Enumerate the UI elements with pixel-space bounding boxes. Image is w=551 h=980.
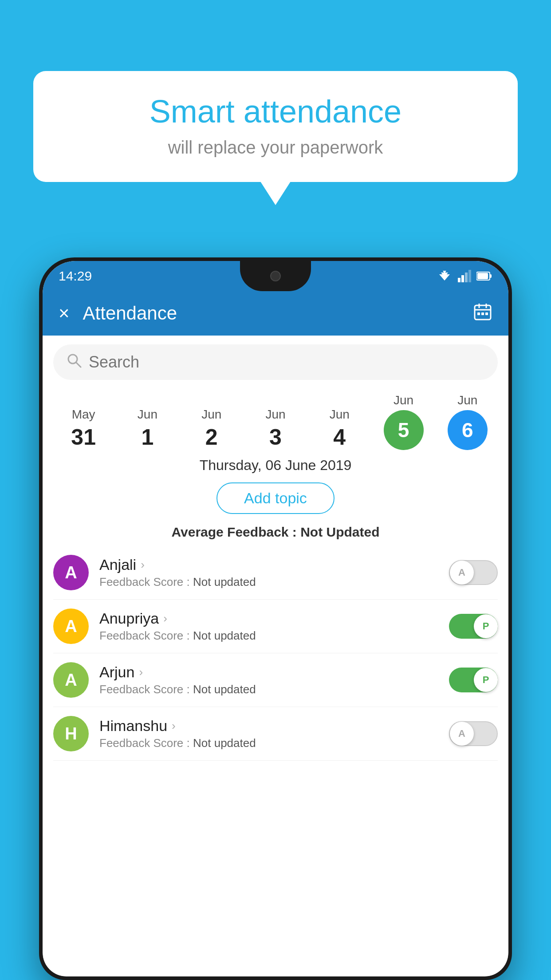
attendance-toggle[interactable]: A xyxy=(449,721,498,746)
attendance-toggle[interactable]: A xyxy=(449,560,498,585)
status-time: 14:29 xyxy=(59,269,92,284)
calendar-month-label: Jun xyxy=(201,407,221,422)
student-name: Himanshu› xyxy=(99,717,438,735)
calendar-day[interactable]: Jun1 xyxy=(123,407,172,450)
student-item[interactable]: AAnupriya›Feedback Score : Not updatedP xyxy=(53,600,498,653)
student-list: AAnjali›Feedback Score : Not updatedAAAn… xyxy=(43,546,508,761)
calendar-month-label: Jun xyxy=(265,407,285,422)
calendar-day[interactable]: Jun6 xyxy=(443,393,492,450)
calendar-day[interactable]: May31 xyxy=(59,407,108,450)
calendar-day[interactable]: Jun3 xyxy=(251,407,300,450)
student-item[interactable]: HHimanshu›Feedback Score : Not updatedA xyxy=(53,707,498,761)
toggle-switch[interactable]: P xyxy=(449,614,498,639)
student-avatar: A xyxy=(53,555,89,590)
toggle-knob: A xyxy=(450,561,474,585)
calendar-month-label: Jun xyxy=(394,393,413,407)
svg-rect-3 xyxy=(458,278,460,282)
close-button[interactable]: × xyxy=(59,303,70,324)
student-chevron-icon: › xyxy=(172,719,176,733)
calendar-day-num: 6 xyxy=(448,410,488,450)
calendar-icon[interactable] xyxy=(473,302,492,325)
search-icon xyxy=(67,353,82,371)
student-item[interactable]: AArjun›Feedback Score : Not updatedP xyxy=(53,653,498,707)
toggle-knob: P xyxy=(474,614,498,638)
calendar-month-label: Jun xyxy=(457,393,477,407)
selected-date-label: Thursday, 06 June 2019 xyxy=(43,450,508,478)
toggle-switch[interactable]: A xyxy=(449,560,498,585)
notch-camera xyxy=(270,271,281,281)
student-avatar: A xyxy=(53,609,89,644)
signal-icon xyxy=(458,270,471,282)
calendar-day-num: 31 xyxy=(71,424,96,450)
svg-rect-5 xyxy=(465,273,468,282)
calendar-month-label: Jun xyxy=(330,407,350,422)
calendar-day[interactable]: Jun2 xyxy=(187,407,236,450)
search-bar[interactable] xyxy=(53,344,498,380)
student-feedback: Feedback Score : Not updated xyxy=(99,683,438,696)
student-chevron-icon: › xyxy=(141,558,145,572)
svg-rect-6 xyxy=(468,270,471,282)
student-chevron-icon: › xyxy=(139,665,143,679)
speech-bubble-subtitle: will replace your paperwork xyxy=(60,138,491,158)
phone-frame: 14:29 xyxy=(39,257,512,980)
svg-line-18 xyxy=(76,363,81,367)
wifi-icon xyxy=(437,270,453,282)
attendance-toggle[interactable]: P xyxy=(449,614,498,639)
student-info: Anupriya›Feedback Score : Not updated xyxy=(99,610,438,643)
avg-feedback-label: Average Feedback : xyxy=(171,525,296,539)
student-avatar: H xyxy=(53,716,89,751)
student-info: Arjun›Feedback Score : Not updated xyxy=(99,664,438,696)
toggle-knob: P xyxy=(474,668,498,692)
calendar-month-label: Jun xyxy=(138,407,157,422)
battery-icon xyxy=(476,271,492,281)
svg-rect-9 xyxy=(477,273,488,279)
calendar-day-num: 5 xyxy=(384,410,424,450)
app-bar: × Attendance xyxy=(43,291,508,336)
app-bar-title: Attendance xyxy=(83,303,473,324)
phone-notch xyxy=(240,261,311,291)
student-name: Anupriya› xyxy=(99,610,438,627)
avg-feedback: Average Feedback : Not Updated xyxy=(43,518,508,546)
search-input[interactable] xyxy=(89,353,484,371)
calendar-day-num: 1 xyxy=(142,424,154,450)
calendar-row: May31Jun1Jun2Jun3Jun4Jun5Jun6 xyxy=(43,389,508,450)
calendar-day-num: 3 xyxy=(269,424,282,450)
student-info: Himanshu›Feedback Score : Not updated xyxy=(99,717,438,750)
phone-screen: 14:29 xyxy=(43,261,508,976)
svg-rect-8 xyxy=(490,274,492,278)
svg-rect-4 xyxy=(461,275,464,282)
toggle-knob: A xyxy=(450,722,474,746)
student-info: Anjali›Feedback Score : Not updated xyxy=(99,556,438,589)
status-bar: 14:29 xyxy=(43,261,508,291)
speech-bubble: Smart attendance will replace your paper… xyxy=(33,71,518,182)
student-name: Anjali› xyxy=(99,556,438,573)
student-feedback: Feedback Score : Not updated xyxy=(99,629,438,643)
svg-rect-15 xyxy=(481,312,484,315)
attendance-toggle[interactable]: P xyxy=(449,668,498,692)
student-feedback: Feedback Score : Not updated xyxy=(99,575,438,589)
toggle-switch[interactable]: A xyxy=(449,721,498,746)
toggle-switch[interactable]: P xyxy=(449,668,498,692)
phone-inner: 14:29 xyxy=(43,261,508,976)
speech-bubble-title: Smart attendance xyxy=(60,93,491,130)
status-icons xyxy=(437,270,492,282)
student-avatar: A xyxy=(53,662,89,698)
student-feedback: Feedback Score : Not updated xyxy=(99,736,438,750)
avg-feedback-value: Not Updated xyxy=(300,525,379,539)
svg-rect-16 xyxy=(485,312,488,315)
calendar-day[interactable]: Jun5 xyxy=(379,393,428,450)
calendar-month-label: May xyxy=(72,407,95,422)
calendar-day-num: 4 xyxy=(333,424,346,450)
calendar-day[interactable]: Jun4 xyxy=(315,407,364,450)
student-chevron-icon: › xyxy=(163,612,167,625)
add-topic-button[interactable]: Add topic xyxy=(216,482,335,514)
student-item[interactable]: AAnjali›Feedback Score : Not updatedA xyxy=(53,546,498,600)
student-name: Arjun› xyxy=(99,664,438,681)
calendar-day-num: 2 xyxy=(205,424,218,450)
svg-rect-14 xyxy=(477,312,480,315)
